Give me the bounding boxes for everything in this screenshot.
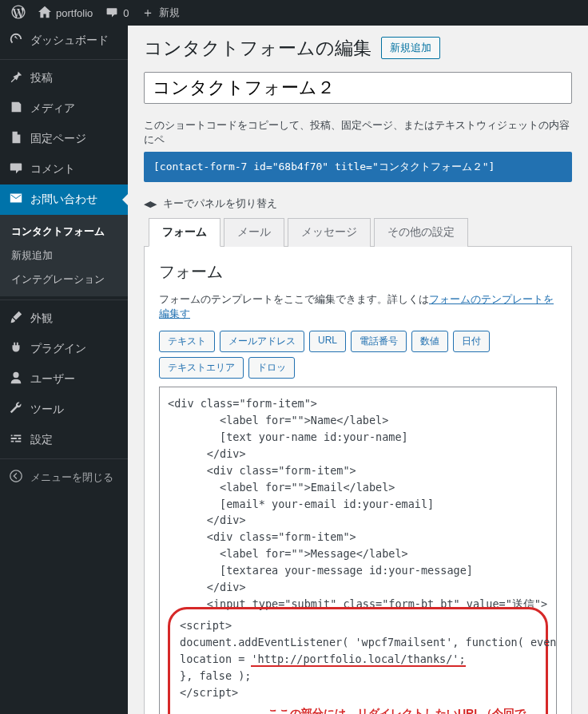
tag-buttons: テキスト メールアドレス URL 電話番号 数値 日付 テキストエリア ドロッ [159, 331, 557, 379]
admin-bar: portfolio 0 ＋ 新規 [0, 0, 588, 26]
sliders-icon [8, 431, 24, 449]
shortcode-desc: このショートコードをコピーして、投稿、固定ページ、またはテキストウィジェットの内… [144, 118, 572, 147]
new-label: 新規 [159, 6, 180, 20]
tag-email[interactable]: メールアドレス [220, 331, 304, 352]
menu-comments[interactable]: コメント [0, 154, 128, 184]
tab-mail[interactable]: メール [224, 218, 284, 247]
triangle-left-right-icon: ◀▶ [144, 199, 157, 208]
form-template-editor[interactable]: <div class="form-item"> <label for="">Na… [159, 387, 557, 714]
home-icon [38, 6, 51, 21]
mail-icon [8, 191, 24, 208]
submenu-integration[interactable]: インテグレーション [0, 268, 128, 292]
menu-label: プラグイン [30, 342, 86, 356]
menu-label: ツール [30, 403, 64, 417]
svg-point-0 [10, 470, 22, 482]
menu-users[interactable]: ユーザー [0, 364, 128, 395]
plus-icon: ＋ [141, 6, 154, 19]
tab-messages[interactable]: メッセージ [288, 218, 371, 247]
submenu-forms[interactable]: コンタクトフォーム [0, 220, 128, 244]
page-icon [8, 130, 24, 148]
tabs: フォーム メール メッセージ その他の設定 [144, 217, 572, 247]
menu-appearance[interactable]: 外観 [0, 303, 128, 334]
add-new-button[interactable]: 新規追加 [381, 37, 440, 59]
new-content[interactable]: ＋ 新規 [135, 6, 186, 20]
tag-textarea[interactable]: テキストエリア [159, 357, 244, 379]
page-title: コンタクトフォームの編集 [144, 36, 371, 61]
comments-link[interactable]: 0 [99, 6, 135, 21]
comment-icon [105, 6, 118, 21]
collapse-icon [8, 469, 24, 486]
menu-label: メニューを閉じる [30, 470, 113, 485]
menu-label: ユーザー [30, 372, 75, 387]
media-icon [8, 100, 24, 117]
main-content: コンタクトフォームの編集 新規追加 このショートコードをコピーして、投稿、固定ペ… [128, 26, 588, 714]
code-top: <div class="form-item"> <label for="">Na… [168, 397, 547, 610]
menu-label: 外観 [30, 311, 53, 326]
section-heading: フォーム [159, 261, 557, 283]
menu-label: コメント [30, 162, 75, 177]
menu-tools[interactable]: ツール [0, 395, 128, 425]
menu-posts[interactable]: 投稿 [0, 63, 128, 93]
menu-label: お問い合わせ [30, 192, 97, 207]
tab-panel-form: フォーム フォームのテンプレートをここで編集できます。詳しくはフォームのテンプレ… [144, 247, 572, 714]
wordpress-icon [11, 5, 26, 22]
dashboard-icon [8, 32, 24, 50]
submenu-contact: コンタクトフォーム 新規追加 インテグレーション [0, 215, 128, 296]
menu-plugins[interactable]: プラグイン [0, 334, 128, 364]
separator [0, 56, 128, 60]
menu-collapse[interactable]: メニューを閉じる [0, 462, 128, 493]
panel-toggle-hint: ◀▶ キーでパネルを切り替え [144, 196, 572, 211]
annotation-overlay: <script> document.addEventListener( 'wpc… [168, 607, 548, 714]
tag-tel[interactable]: 電話番号 [351, 331, 407, 352]
menu-contact[interactable]: お問い合わせ [0, 184, 128, 215]
section-desc: フォームのテンプレートをここで編集できます。詳しくはフォームのテンプレートを編集… [159, 292, 557, 321]
menu-label: ダッシュボード [30, 34, 109, 48]
menu-label: 設定 [30, 433, 53, 447]
menu-pages[interactable]: 固定ページ [0, 124, 128, 154]
tag-url[interactable]: URL [309, 331, 346, 352]
form-title-input[interactable] [144, 72, 572, 104]
brush-icon [8, 310, 24, 327]
comment-icon [8, 161, 24, 178]
menu-settings[interactable]: 設定 [0, 425, 128, 455]
annotation-underline: 'http://portfolio.local/thanks/'; [251, 653, 465, 667]
menu-media[interactable]: メディア [0, 93, 128, 124]
tag-date[interactable]: 日付 [453, 331, 490, 352]
wrench-icon [8, 401, 24, 418]
wp-logo[interactable] [5, 5, 32, 22]
separator [0, 455, 128, 459]
menu-label: メディア [30, 101, 75, 116]
site-name: portfolio [56, 7, 93, 19]
tab-form[interactable]: フォーム [149, 218, 220, 247]
menu-label: 投稿 [30, 71, 53, 85]
tab-other[interactable]: その他の設定 [374, 218, 468, 247]
plugin-icon [8, 340, 24, 358]
user-icon [8, 371, 24, 388]
menu-dashboard[interactable]: ダッシュボード [0, 26, 128, 56]
tag-dropdown[interactable]: ドロッ [248, 357, 295, 379]
shortcode-box[interactable]: [contact-form-7 id="68b4f70" title="コンタク… [144, 152, 572, 182]
menu-label: 固定ページ [30, 132, 86, 146]
annotation-text: ここの部分には、リダイレクトしたいURL（今回であればサンクスページのURL）を… [268, 701, 536, 714]
tag-number[interactable]: 数値 [411, 331, 448, 352]
pin-icon [8, 69, 24, 87]
tag-text[interactable]: テキスト [159, 331, 215, 352]
admin-sidebar: ダッシュボード 投稿 メディア 固定ページ コメント お問い合わせ コンタクトフ… [0, 26, 128, 714]
comments-count: 0 [123, 7, 129, 19]
separator [0, 296, 128, 300]
submenu-addnew[interactable]: 新規追加 [0, 244, 128, 268]
site-home[interactable]: portfolio [32, 6, 99, 21]
